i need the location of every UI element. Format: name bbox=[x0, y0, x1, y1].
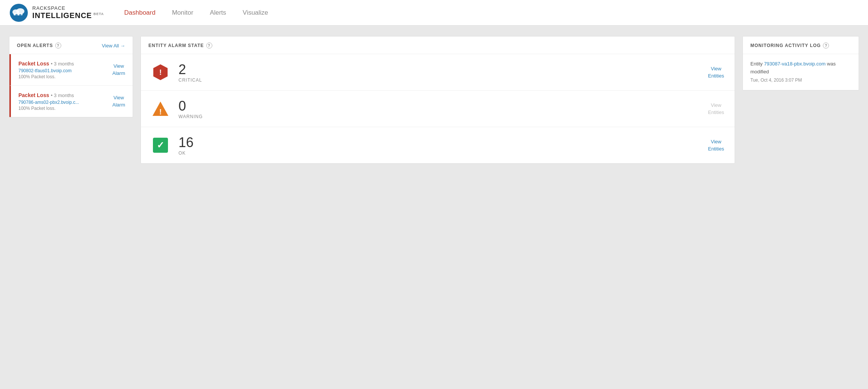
entity-alarm-title: ENTITY ALARM STATE ? bbox=[148, 43, 212, 49]
view-warning-entities-link: ViewEntities bbox=[708, 102, 724, 116]
alert-name-line: Packet Loss • 3 months bbox=[18, 92, 112, 99]
alarm-row-critical: ! 2 CRITICAL ViewEntities bbox=[141, 54, 735, 91]
svg-point-5 bbox=[19, 14, 21, 16]
alert-host: 790802-tfaus01.bvoip.com bbox=[18, 68, 112, 73]
view-ok-entities-link[interactable]: ViewEntities bbox=[708, 138, 724, 153]
alert-host: 790786-ams02-pbx2.bvoip.c... bbox=[18, 100, 112, 105]
warning-icon: ! bbox=[151, 100, 169, 118]
view-alarm-link[interactable]: ViewAlarm bbox=[112, 63, 125, 76]
alert-time: • 3 months bbox=[51, 61, 74, 67]
monitoring-activity-log-card: MONITORING ACTIVITY LOG ? Entity 793087-… bbox=[742, 36, 859, 91]
open-alerts-header: OPEN ALERTS ? View All → bbox=[9, 36, 133, 54]
view-all-alerts-link[interactable]: View All → bbox=[102, 43, 125, 49]
alert-desc: 100% Packet loss. bbox=[18, 106, 112, 111]
open-alerts-help-icon[interactable]: ? bbox=[55, 43, 61, 49]
main-nav: Dashboard Monitor Alerts Visualize bbox=[116, 0, 277, 26]
nav-dashboard[interactable]: Dashboard bbox=[116, 0, 164, 26]
logo-rackspace: RACKSPACE bbox=[32, 6, 104, 11]
alert-info: Packet Loss • 3 months 790786-ams02-pbx2… bbox=[18, 92, 112, 111]
activity-log-title: MONITORING ACTIVITY LOG ? bbox=[750, 43, 829, 49]
activity-log-header: MONITORING ACTIVITY LOG ? bbox=[743, 36, 859, 54]
activity-entity-link[interactable]: 793087-va18-pbx.bvoip.com bbox=[764, 61, 826, 67]
entity-alarm-state-card: ENTITY ALARM STATE ? ! 2 CRITICAL ViewEn… bbox=[141, 36, 735, 164]
alert-name: Packet Loss bbox=[18, 61, 49, 67]
svg-point-4 bbox=[15, 14, 18, 16]
alert-time: • 3 months bbox=[51, 93, 74, 98]
nav-alerts[interactable]: Alerts bbox=[201, 0, 234, 26]
critical-count: 2 CRITICAL bbox=[178, 62, 699, 83]
ok-count: 16 OK bbox=[178, 135, 699, 156]
open-alerts-card: OPEN ALERTS ? View All → Packet Loss • 3… bbox=[9, 36, 133, 117]
activity-entry: Entity 793087-va18-pbx.bvoip.com was mod… bbox=[743, 54, 859, 90]
alert-row: Packet Loss • 3 months 790786-ams02-pbx2… bbox=[9, 86, 133, 117]
view-critical-entities-link[interactable]: ViewEntities bbox=[708, 65, 724, 80]
view-alarm-link[interactable]: ViewAlarm bbox=[112, 94, 125, 108]
activity-log-help-icon[interactable]: ? bbox=[823, 43, 829, 49]
nav-monitor[interactable]: Monitor bbox=[164, 0, 202, 26]
svg-text:!: ! bbox=[159, 108, 162, 116]
entity-alarm-help-icon[interactable]: ? bbox=[206, 43, 212, 49]
svg-text:!: ! bbox=[159, 68, 162, 76]
alert-info: Packet Loss • 3 months 790802-tfaus01.bv… bbox=[18, 60, 112, 79]
logo-area: RACKSPACE INTELLIGENCEBETA bbox=[9, 3, 104, 23]
critical-icon: ! bbox=[151, 63, 169, 81]
header: RACKSPACE INTELLIGENCEBETA Dashboard Mon… bbox=[0, 0, 868, 26]
alert-name-line: Packet Loss • 3 months bbox=[18, 60, 112, 67]
activity-timestamp: Tue, Oct 4, 2016 3:07 PM bbox=[750, 77, 851, 84]
logo-text: RACKSPACE INTELLIGENCEBETA bbox=[32, 6, 104, 19]
alert-desc: 100% Packet loss. bbox=[18, 74, 112, 79]
ok-check-mark: ✓ bbox=[157, 140, 164, 150]
alarm-row-warning: ! 0 WARNING ViewEntities bbox=[141, 91, 735, 127]
logo-icon bbox=[9, 3, 29, 23]
alert-row: Packet Loss • 3 months 790802-tfaus01.bv… bbox=[9, 54, 133, 86]
alert-name: Packet Loss bbox=[18, 92, 49, 98]
warning-count: 0 WARNING bbox=[178, 98, 699, 119]
alarm-row-ok: ✓ 16 OK ViewEntities bbox=[141, 127, 735, 163]
open-alerts-title: OPEN ALERTS ? bbox=[17, 43, 61, 49]
main-content: OPEN ALERTS ? View All → Packet Loss • 3… bbox=[0, 26, 868, 174]
nav-visualize[interactable]: Visualize bbox=[234, 0, 277, 26]
ok-icon: ✓ bbox=[151, 136, 169, 154]
logo-intelligence: INTELLIGENCEBETA bbox=[32, 11, 104, 20]
entity-alarm-header: ENTITY ALARM STATE ? bbox=[141, 36, 735, 54]
